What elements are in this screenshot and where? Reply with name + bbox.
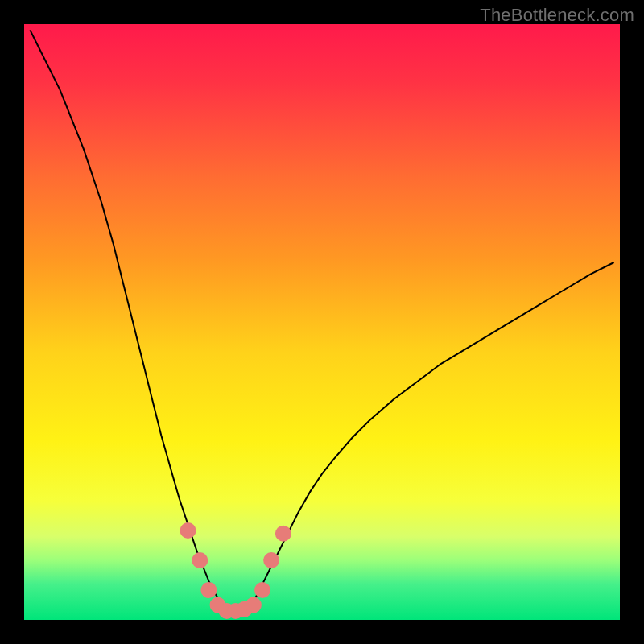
valley-node (180, 522, 196, 539)
watermark-text: TheBottleneck.com (480, 5, 634, 26)
valley-node (200, 582, 217, 598)
bottleneck-chart (24, 24, 620, 620)
valley-node (246, 597, 262, 613)
valley-node (192, 552, 208, 568)
valley-node (254, 582, 270, 598)
valley-node (263, 552, 279, 568)
chart-frame: TheBottleneck.com (0, 0, 644, 644)
plot-area (24, 24, 620, 620)
valley-node (275, 526, 291, 542)
gradient-background (24, 24, 620, 620)
